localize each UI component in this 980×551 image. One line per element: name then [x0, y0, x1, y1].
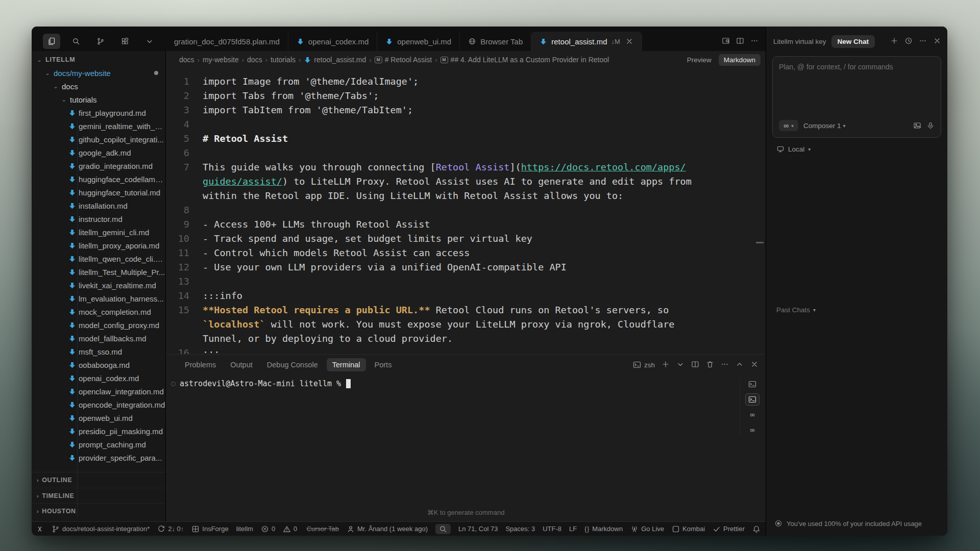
breadcrumb-retool-assist-md[interactable]: retool_assist.md [304, 56, 366, 64]
tree-item-litellm-gemini-cli-md[interactable]: litellm_gemini_cli.md [32, 226, 165, 239]
tree-item-gradio-integration-md[interactable]: gradio_integration.md [32, 159, 165, 172]
status-prettier[interactable]: Prettier [713, 525, 745, 533]
close-icon[interactable] [625, 37, 633, 45]
tree-item-model-fallbacks-md[interactable]: model_fallbacks.md [32, 332, 165, 345]
mode-preview[interactable]: Preview [682, 54, 717, 66]
ellipsis-icon[interactable] [721, 360, 729, 370]
plus-icon[interactable] [662, 360, 670, 370]
tab-new-chat[interactable]: New Chat [831, 35, 875, 48]
terminal-body[interactable]: astrodevil@Astro-Mac-mini litellm % ∞∞ ⌘… [166, 375, 766, 521]
activity-source-control-icon[interactable] [92, 34, 109, 49]
tree-item-installation-md[interactable]: installation.md [32, 199, 165, 212]
panel-tab-output[interactable]: Output [225, 358, 258, 371]
tree-item-gemini-realtime-with-a[interactable]: gemini_realtime_with_a... [32, 119, 165, 133]
plus-icon[interactable] [890, 37, 898, 46]
status-git-branch[interactable]: docs/retool-assist-integration* [52, 525, 150, 533]
past-chats-section[interactable]: Past Chats ▾ [766, 306, 947, 314]
tree-item-github-copilot-integrati[interactable]: github_copilot_integrati... [32, 133, 165, 146]
editor-tab-openai-codex-md[interactable]: openai_codex.md [288, 32, 377, 51]
tree-item-google-adk-md[interactable]: google_adk.md [32, 146, 165, 159]
status-cursor-position[interactable]: Ln 71, Col 73 [458, 525, 498, 533]
shell-selector[interactable]: zsh [633, 361, 655, 369]
composer-selector[interactable]: Composer 1 ▾ [803, 122, 846, 130]
tree-item-oobabooga-md[interactable]: oobabooga.md [32, 358, 165, 371]
ellipsis-icon[interactable] [750, 37, 758, 46]
chevron-up-icon[interactable] [736, 360, 744, 370]
editor-tab-gration-doc-d075fd58-plan-md[interactable]: gration_doc_d075fd58.plan.md [166, 32, 288, 51]
status-insforge[interactable]: InsForge [191, 525, 228, 533]
mode-markdown[interactable]: Markdown [719, 54, 761, 66]
terminal-instance-infinity-icon[interactable]: ∞ [745, 424, 760, 436]
agent-mode-selector[interactable]: ∞ ▾ [779, 120, 798, 131]
close-icon[interactable] [933, 37, 941, 46]
terminal-instance-terminal-icon[interactable] [745, 378, 760, 390]
tree-item-lm-evaluation-harness[interactable]: lm_evaluation_harness... [32, 292, 165, 305]
status-notifications[interactable] [752, 525, 761, 533]
status-indentation[interactable]: Spaces: 3 [505, 525, 535, 533]
activity-chevron-down-icon[interactable] [141, 34, 158, 49]
status-cursor-tab[interactable]: Cursor Tab [307, 525, 339, 533]
tree-item-huggingface-tutorial-md[interactable]: huggingface_tutorial.md [32, 186, 165, 199]
tree-item-model-config-proxy-md[interactable]: model_config_proxy.md [32, 318, 165, 332]
editor-tab-browser-tab[interactable]: Browser Tab [460, 32, 531, 51]
activity-extensions-icon[interactable] [116, 34, 134, 49]
status-workspace[interactable]: litellm [236, 525, 253, 533]
tree-item-prompt-caching-md[interactable]: prompt_caching.md [32, 438, 165, 451]
status-warnings[interactable]: 0 [283, 525, 297, 533]
editor-tab-openweb-ui-md[interactable]: openweb_ui.md [377, 32, 460, 51]
split-editor-icon[interactable] [691, 360, 699, 370]
open-preview-icon[interactable] [722, 37, 730, 46]
chevron-down-icon[interactable] [676, 360, 684, 370]
chat-input-box[interactable]: Plan, @ for context, / for commands ∞ ▾ … [772, 56, 941, 138]
status-git-sync[interactable]: 2↓ 0↑ [157, 525, 184, 533]
status-kombai[interactable]: Kombai [672, 525, 705, 533]
activity-search-icon[interactable] [67, 34, 85, 49]
tree-item-mock-completion-md[interactable]: mock_completion.md [32, 305, 165, 318]
breadcrumb-4-add-litellm-as-a-custom-provider-in-retool[interactable]: M## 4. Add LiteLLM as a Custom Provider … [440, 56, 609, 64]
tree-item-huggingface-codellama[interactable]: huggingface_codellama... [32, 172, 165, 186]
tree-item-presidio-pii-masking-md[interactable]: presidio_pii_masking.md [32, 424, 165, 438]
environment-selector[interactable]: Local ▾ [766, 138, 947, 153]
tree-item-litellm-proxy-aporia-md[interactable]: litellm_proxy_aporia.md [32, 239, 165, 252]
split-editor-icon[interactable] [736, 37, 744, 46]
terminal-instance-infinity-icon[interactable]: ∞ [745, 409, 760, 421]
scrollbar-mark[interactable] [756, 242, 764, 243]
tree-item-msft-sso-md[interactable]: msft_sso.md [32, 345, 165, 358]
sidebar-section-timeline[interactable]: ›TIMELINE [32, 488, 165, 503]
breadcrumb-retool-assist[interactable]: M# Retool Assist [375, 56, 432, 64]
status-language-mode[interactable]: {}Markdown [584, 525, 623, 533]
sidebar-section-houston[interactable]: ›HOUSTON [32, 503, 165, 518]
status-remote-indicator[interactable] [36, 525, 44, 533]
tab-litellm-virtual-key[interactable]: Litellm virtual key [773, 38, 826, 45]
breadcrumb-docs[interactable]: docs [179, 56, 194, 64]
status-go-live[interactable]: Go Live [630, 525, 664, 533]
tree-item-provider-specific-para[interactable]: provider_specific_para... [32, 451, 165, 464]
tree-item-opencode-integration-md[interactable]: opencode_integration.md [32, 398, 165, 411]
tree-item-litellm-qwen-code-cli-md[interactable]: litellm_qwen_code_cli.md [32, 252, 165, 265]
tree-item-litellm[interactable]: ⌄LITELLM [32, 53, 165, 66]
breadcrumb-tutorials[interactable]: tutorials [271, 56, 296, 64]
status-encoding[interactable]: UTF-8 [543, 525, 561, 533]
panel-tab-ports[interactable]: Ports [369, 358, 398, 371]
tree-item-docs-my-website[interactable]: ⌄docs/my-website [32, 66, 165, 80]
tree-item-instructor-md[interactable]: instructor.md [32, 212, 165, 226]
microphone-icon[interactable] [926, 121, 935, 130]
panel-tab-debug-console[interactable]: Debug Console [261, 358, 324, 371]
ellipsis-icon[interactable] [919, 37, 927, 46]
breadcrumb-docs[interactable]: docs [247, 56, 262, 64]
tree-item-litellm-test-multiple-pr[interactable]: litellm_Test_Multiple_Pr... [32, 265, 165, 279]
status-git-blame[interactable]: Mr. Ånand (1 week ago) [347, 525, 428, 533]
tree-item-first-playground-md[interactable]: first_playground.md [32, 106, 165, 119]
editor-tab-retool-assist-md[interactable]: retool_assist.md↓M [531, 32, 642, 51]
status-search[interactable] [435, 524, 451, 534]
status-errors[interactable]: 0 [261, 525, 275, 533]
panel-tab-terminal[interactable]: Terminal [327, 358, 366, 371]
tree-item-tutorials[interactable]: ⌄tutorials [32, 93, 165, 106]
history-icon[interactable] [904, 37, 913, 46]
tree-item-openclaw-integration-md[interactable]: openclaw_integration.md [32, 385, 165, 398]
terminal-instance-terminal-icon[interactable] [745, 393, 760, 406]
tree-item-docs[interactable]: ⌄docs [32, 80, 165, 93]
tree-item-openweb-ui-md[interactable]: openweb_ui.md [32, 411, 165, 424]
breadcrumb-my-website[interactable]: my-website [203, 56, 239, 64]
status-eol[interactable]: LF [569, 525, 577, 533]
